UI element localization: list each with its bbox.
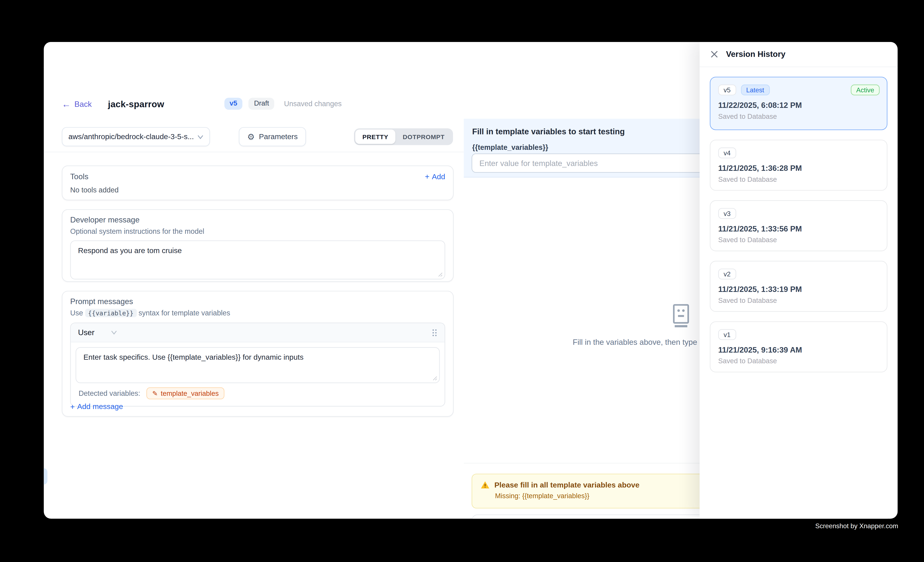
version-timestamp: 11/21/2025, 1:33:56 PM bbox=[718, 224, 879, 233]
version-item-v3[interactable]: v3 11/21/2025, 1:33:56 PM Saved to Datab… bbox=[710, 200, 888, 251]
version-item-v4[interactable]: v4 11/21/2025, 1:36:28 PM Saved to Datab… bbox=[710, 140, 888, 191]
arrow-left-icon: ← bbox=[62, 99, 71, 108]
tools-title: Tools bbox=[70, 172, 88, 181]
version-item-v1[interactable]: v1 11/21/2025, 9:16:39 AM Saved to Datab… bbox=[710, 321, 888, 372]
chevron-down-icon bbox=[111, 330, 117, 335]
detected-variables-label: Detected variables: bbox=[78, 389, 140, 398]
template-variable-label: {{template_variables}} bbox=[472, 143, 548, 152]
template-variables-title: Fill in template variables to start test… bbox=[472, 127, 625, 136]
version-history-header: Version History bbox=[699, 42, 897, 67]
back-label: Back bbox=[74, 99, 92, 108]
close-icon[interactable] bbox=[709, 49, 719, 59]
toggle-pretty[interactable]: PRETTY bbox=[355, 130, 395, 144]
page-title: jack-sparrow bbox=[108, 99, 164, 109]
role-value: User bbox=[78, 328, 94, 337]
version-item-v5[interactable]: v5 Latest Active 11/22/2025, 6:08:12 PM … bbox=[710, 77, 888, 130]
editor-toolbar: aws/anthropic/bedrock-claude-3-5-s... ⚙ … bbox=[62, 127, 453, 148]
message-content-input[interactable]: Enter task specifics. Use {{template_var… bbox=[76, 348, 440, 383]
developer-message-card: Developer message Optional system instru… bbox=[62, 209, 454, 282]
model-selector[interactable]: aws/anthropic/bedrock-claude-3-5-s... bbox=[62, 127, 210, 146]
plus-icon: + bbox=[70, 403, 75, 411]
tools-empty-text: No tools added bbox=[70, 186, 445, 194]
version-number-badge: v2 bbox=[718, 269, 736, 280]
draft-badge: Draft bbox=[249, 98, 274, 110]
subtitle-prefix: Use bbox=[70, 309, 83, 317]
version-number-badge: v3 bbox=[718, 208, 736, 219]
gear-icon: ⚙ bbox=[247, 132, 255, 141]
back-button[interactable]: ← Back bbox=[62, 99, 92, 108]
detected-variable-name: template_variables bbox=[161, 390, 219, 397]
tools-card: Tools + Add No tools added bbox=[62, 166, 454, 200]
toolbar-divider bbox=[44, 152, 464, 152]
format-toggle: PRETTY DOTPROMPT bbox=[354, 128, 453, 145]
version-timestamp: 11/21/2025, 1:36:28 PM bbox=[718, 164, 879, 173]
role-selector[interactable]: User bbox=[78, 328, 117, 337]
model-selector-value: aws/anthropic/bedrock-claude-3-5-s... bbox=[69, 132, 194, 141]
version-number-badge: v1 bbox=[718, 329, 736, 340]
add-message-label: Add message bbox=[77, 402, 123, 411]
developer-message-subtitle: Optional system instructions for the mod… bbox=[70, 227, 445, 236]
breadcrumb-row: ← Back jack-sparrow v5 Draft Unsaved cha… bbox=[62, 95, 454, 113]
subtitle-suffix: syntax for template variables bbox=[139, 309, 230, 317]
latest-badge: Latest bbox=[741, 85, 770, 95]
warning-icon bbox=[481, 481, 490, 489]
prompt-messages-title: Prompt messages bbox=[70, 297, 445, 306]
version-history-panel: Version History v5 Latest Active 11/22/2… bbox=[699, 42, 897, 519]
plus-icon: + bbox=[425, 173, 429, 181]
version-storage: Saved to Database bbox=[718, 297, 879, 304]
version-timestamp: 11/22/2025, 6:08:12 PM bbox=[718, 101, 879, 110]
prompt-editor-pane: ← Back jack-sparrow v5 Draft Unsaved cha… bbox=[44, 67, 464, 519]
chevron-down-icon bbox=[197, 135, 204, 139]
resize-handle-icon[interactable] bbox=[433, 376, 437, 381]
warning-title: Please fill in all template variables ab… bbox=[494, 481, 639, 489]
prompt-messages-subtitle: Use {{variable}} syntax for template var… bbox=[70, 309, 445, 317]
developer-message-input[interactable]: Respond as you are tom cruise bbox=[71, 241, 445, 279]
variable-syntax-chip: {{variable}} bbox=[85, 309, 136, 317]
resize-handle-icon[interactable] bbox=[438, 272, 443, 277]
header-badges: v5 Draft Unsaved changes bbox=[224, 98, 342, 110]
version-number-badge: v5 bbox=[718, 85, 736, 95]
version-timestamp: 11/21/2025, 1:33:19 PM bbox=[718, 285, 879, 294]
message-header: User bbox=[71, 323, 445, 342]
add-tool-button[interactable]: + Add bbox=[425, 172, 445, 181]
parameters-button[interactable]: ⚙ Parameters bbox=[239, 127, 306, 146]
parameters-label: Parameters bbox=[259, 132, 298, 141]
version-badge: v5 bbox=[224, 98, 243, 110]
version-list: v5 Latest Active 11/22/2025, 6:08:12 PM … bbox=[699, 67, 897, 392]
detected-variables-row: Detected variables: ✎ template_variables bbox=[76, 383, 440, 401]
version-storage: Saved to Database bbox=[718, 113, 879, 120]
toggle-dotprompt[interactable]: DOTPROMPT bbox=[395, 130, 452, 144]
add-message-button[interactable]: + Add message bbox=[70, 402, 123, 411]
watermark-text: Screenshot by Xnapper.com bbox=[815, 522, 898, 529]
pencil-icon: ✎ bbox=[152, 390, 158, 397]
drag-handle-icon[interactable] bbox=[431, 328, 437, 336]
edge-toast-sliver bbox=[44, 468, 48, 484]
active-badge: Active bbox=[851, 85, 880, 95]
add-tool-label: Add bbox=[432, 172, 445, 181]
version-number-badge: v4 bbox=[718, 148, 736, 158]
version-timestamp: 11/21/2025, 9:16:39 AM bbox=[718, 345, 879, 354]
version-history-title: Version History bbox=[726, 50, 785, 59]
version-item-v2[interactable]: v2 11/21/2025, 1:33:19 PM Saved to Datab… bbox=[710, 261, 888, 312]
version-storage: Saved to Database bbox=[718, 176, 879, 183]
version-storage: Saved to Database bbox=[718, 236, 879, 244]
bot-icon bbox=[670, 304, 691, 328]
app-window: ← Back jack-sparrow v5 Draft Unsaved cha… bbox=[44, 42, 898, 519]
version-storage: Saved to Database bbox=[718, 357, 879, 365]
screenshot-stage: ← Back jack-sparrow v5 Draft Unsaved cha… bbox=[0, 0, 924, 562]
unsaved-changes-text: Unsaved changes bbox=[284, 99, 342, 108]
message-block: User Enter task specifics. Use {{templat… bbox=[70, 323, 445, 407]
prompt-messages-card: Prompt messages Use {{variable}} syntax … bbox=[62, 291, 454, 417]
detected-variable-chip[interactable]: ✎ template_variables bbox=[146, 387, 225, 399]
developer-message-title: Developer message bbox=[70, 215, 445, 224]
